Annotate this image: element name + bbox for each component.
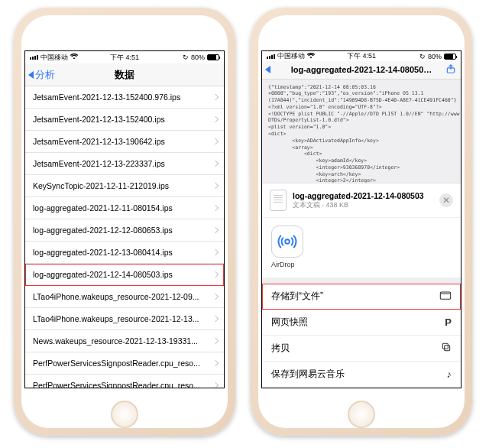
list-item[interactable]: KeySyncTopic-2021-12-11-212019.ips (25, 175, 224, 197)
airdrop-icon (271, 226, 303, 258)
list-item[interactable]: JetsamEvent-2021-12-13-190642.ips (25, 131, 224, 153)
nav-bar: log-aggregated-2021-12-14-08050… (262, 61, 461, 80)
list-item-label: LTao4iPhone.wakeups_resource-2021-12-09.… (33, 292, 216, 301)
file-chip: log-aggregated-2021-12-14-080503 文本文稿 · … (262, 183, 461, 218)
list-item[interactable]: log-aggregated-2021-12-11-080154.ips (25, 197, 224, 219)
list-item-label: log-aggregated-2021-12-13-080414.ips (33, 248, 216, 257)
list-item-label: JetsamEvent-2021-12-13-190642.ips (33, 137, 216, 146)
airdrop-target[interactable]: AirDrop (262, 218, 461, 284)
carrier-label: 中国移动 (40, 53, 68, 63)
battery-percent: 80% (428, 53, 442, 60)
carrier-label: 中国移动 (277, 51, 305, 61)
pocket-icon: P (445, 317, 452, 328)
list-item-label: KeySyncTopic-2021-12-11-212019.ips (33, 181, 216, 190)
action-label: 拷贝 (271, 342, 290, 355)
battery-icon (207, 54, 219, 60)
home-button[interactable] (111, 401, 138, 428)
chevron-left-icon (28, 71, 34, 79)
svg-rect-4 (442, 343, 448, 349)
close-button[interactable]: ✕ (439, 193, 453, 207)
home-button[interactable] (348, 401, 375, 428)
list-item-label: JetsamEvent-2021-12-13-223337.ips (33, 159, 216, 168)
iphone-right: 中国移动 下午 4:51 ↻ 80% (251, 8, 472, 436)
list-item-label: log-aggregated-2021-12-12-080653.ips (33, 226, 216, 235)
list-item-label: LTao4iPhone.wakeups_resource-2021-12-13.… (33, 314, 216, 323)
chevron-right-icon (212, 382, 219, 388)
wifi-icon (70, 54, 78, 61)
battery-percent: 80% (191, 54, 205, 61)
svg-rect-3 (445, 346, 450, 351)
clock-label: 下午 4:51 (93, 53, 157, 63)
list-item[interactable]: News.wakeups_resource-2021-12-13-19331..… (25, 330, 224, 352)
list-item[interactable]: JetsamEvent-2021-12-13-223337.ips (25, 153, 224, 175)
clock-label: 下午 4:51 (330, 51, 393, 61)
list-item[interactable]: JetsamEvent-2021-12-13-152400.ips (25, 109, 224, 131)
nav-bar: 分析 数据 (25, 63, 224, 86)
action-label: 保存到网易云音乐 (271, 368, 345, 381)
list-item[interactable]: PerfPowerServicesSignpostReader.cpu_reso… (25, 352, 224, 375)
list-item[interactable]: log-aggregated-2021-12-14-080503.ips (25, 264, 224, 286)
status-bar: 中国移动 下午 4:51 ↻ 80% (262, 51, 461, 61)
share-action-pocket[interactable]: 网页快照P (262, 310, 461, 336)
chevron-left-icon (265, 66, 270, 73)
orientation-lock-icon: ↻ (419, 53, 426, 60)
list-item-label: log-aggregated-2021-12-11-080154.ips (33, 203, 216, 213)
list-item-label: log-aggregated-2021-12-14-080503.ips (33, 270, 216, 279)
page-title: log-aggregated-2021-12-14-08050… (262, 65, 461, 74)
svg-rect-2 (440, 292, 450, 299)
file-list[interactable]: JetsamEvent-2021-12-13-152400.976.ipsJet… (25, 86, 224, 388)
list-item[interactable]: PerfPowerServicesSignpostReader.cpu_reso… (25, 375, 224, 388)
iphone-left: 中国移动 下午 4:51 ↻ 80% 分析 (14, 8, 235, 436)
action-list: 存储到“文件”网页快照P拷贝保存到网易云音乐♪ (262, 284, 461, 388)
list-item[interactable]: JetsamEvent-2021-12-13-152400.976.ips (25, 86, 224, 109)
share-sheet: log-aggregated-2021-12-14-080503 文本文稿 · … (262, 183, 461, 388)
share-button[interactable] (445, 63, 456, 76)
svg-point-1 (285, 239, 290, 244)
file-icon (270, 190, 287, 211)
action-label: 存储到“文件” (271, 290, 323, 303)
list-item-label: JetsamEvent-2021-12-13-152400.976.ips (33, 93, 216, 102)
share-action-copy[interactable]: 拷贝 (262, 336, 461, 362)
back-button[interactable]: 分析 (25, 68, 55, 82)
airdrop-label: AirDrop (271, 261, 452, 268)
list-item[interactable]: LTao4iPhone.wakeups_resource-2021-12-13.… (25, 308, 224, 330)
status-bar: 中国移动 下午 4:51 ↻ 80% (25, 51, 224, 63)
action-label: 网页快照 (271, 316, 308, 329)
share-action-music[interactable]: 保存到网易云音乐♪ (262, 362, 461, 388)
battery-icon (444, 54, 456, 60)
screen-left: 中国移动 下午 4:51 ↻ 80% 分析 (24, 50, 225, 388)
orientation-lock-icon: ↻ (183, 54, 189, 61)
list-item-label: JetsamEvent-2021-12-13-152400.ips (33, 115, 216, 124)
list-item-label: News.wakeups_resource-2021-12-13-19331..… (33, 336, 216, 346)
music-icon: ♪ (447, 368, 452, 380)
list-item[interactable]: log-aggregated-2021-12-13-080414.ips (25, 242, 224, 264)
back-label: 分析 (35, 68, 55, 82)
copy-icon (441, 342, 452, 355)
share-action-folder[interactable]: 存储到“文件” (262, 284, 461, 310)
log-content[interactable]: {"timestamp":"2021-12-14 08:05:03.16 +08… (262, 80, 461, 183)
page-title: 数据 (25, 68, 224, 82)
back-button[interactable] (262, 66, 270, 73)
file-subtitle: 文本文稿 · 438 KB (293, 200, 424, 210)
list-item[interactable]: log-aggregated-2021-12-12-080653.ips (25, 219, 224, 242)
file-name: log-aggregated-2021-12-14-080503 (293, 191, 424, 200)
wifi-icon (307, 53, 315, 60)
screen-right: 中国移动 下午 4:51 ↻ 80% (261, 50, 461, 388)
list-item-label: PerfPowerServicesSignpostReader.cpu_reso… (33, 381, 216, 388)
signal-icon (267, 54, 275, 59)
list-item[interactable]: LTao4iPhone.wakeups_resource-2021-12-09.… (25, 286, 224, 308)
signal-icon (30, 55, 38, 60)
list-item-label: PerfPowerServicesSignpostReader.cpu_reso… (33, 359, 216, 368)
folder-icon (439, 290, 452, 303)
